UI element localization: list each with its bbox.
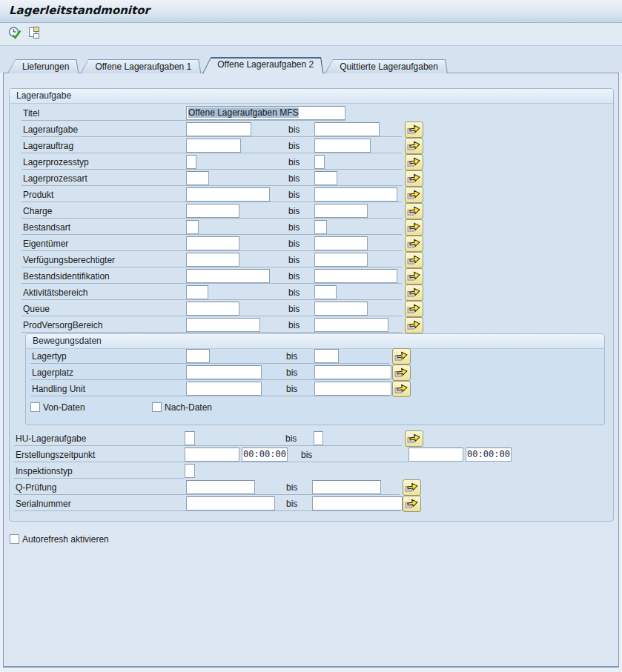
lagerprozesstyp-to-input[interactable] bbox=[314, 155, 325, 169]
tab-quittierte-lageraufgaben[interactable]: Quittierte Lageraufgaben bbox=[325, 59, 448, 73]
serialnummer-label: Serialnummer bbox=[16, 499, 71, 509]
handling-unit-to-input[interactable] bbox=[314, 382, 391, 396]
lagerplatz-multi-select-button[interactable] bbox=[392, 365, 411, 381]
bestandsart-multi-select-button[interactable] bbox=[405, 219, 423, 236]
titel-input[interactable]: Offene Lageraufgaben MFS bbox=[186, 106, 345, 120]
row-handling-unit: Handling Unitbis bbox=[4, 382, 620, 397]
lagerauftrag-from-input[interactable] bbox=[186, 139, 241, 153]
lagerprozessart-to-input[interactable] bbox=[314, 171, 337, 185]
prodversorgbereich-label: ProdVersorgBereich bbox=[23, 320, 102, 330]
lagerprozessart-multi-select-button[interactable] bbox=[405, 170, 423, 187]
handling-unit-multi-select-button[interactable] bbox=[392, 381, 411, 397]
bestandsidentifikation-to-input[interactable] bbox=[314, 269, 397, 283]
aktivitaetsbereich-from-input[interactable] bbox=[186, 285, 208, 299]
lagerplatz-from-input[interactable] bbox=[186, 365, 262, 379]
tab-offene-lageraufgaben-1[interactable]: Offene Lageraufgaben 1 bbox=[80, 59, 201, 73]
lagerprozesstyp-from-input[interactable] bbox=[186, 155, 196, 169]
bestandsart-to-input[interactable] bbox=[314, 220, 327, 234]
lagerauftrag-multi-select-button[interactable] bbox=[405, 138, 423, 154]
row-charge: Chargebis bbox=[4, 204, 620, 219]
bis-label: bis bbox=[286, 384, 297, 394]
bestandsart-from-input[interactable] bbox=[186, 220, 199, 234]
lageraufgabe-to-input[interactable] bbox=[314, 122, 380, 136]
prodversorgbereich-to-input[interactable] bbox=[314, 318, 388, 332]
handling-unit-from-input[interactable] bbox=[186, 382, 262, 396]
queue-to-input[interactable] bbox=[314, 302, 368, 316]
erstellungszeitpunkt-to-date-input[interactable] bbox=[408, 448, 463, 462]
multi-select-arrow-icon bbox=[406, 302, 422, 316]
hu-lageraufgabe-from-input[interactable] bbox=[185, 431, 195, 445]
produkt-label: Produkt bbox=[23, 190, 53, 200]
von-daten-checkbox[interactable] bbox=[30, 402, 40, 412]
erstellungszeitpunkt-to-time-input[interactable]: 00:00:00 bbox=[466, 448, 512, 462]
verfuegungsberechtigter-from-input[interactable] bbox=[186, 253, 239, 267]
q-pruefung-to-input[interactable] bbox=[312, 480, 381, 494]
multi-select-arrow-icon bbox=[394, 350, 409, 364]
execute-button[interactable] bbox=[6, 26, 24, 43]
q-pruefung-from-input[interactable] bbox=[186, 480, 255, 494]
row-lagerplatz: Lagerplatzbis bbox=[4, 365, 620, 381]
row-aktivitaetsbereich: Aktivitätsbereichbis bbox=[4, 285, 620, 301]
bestandsidentifikation-multi-select-button[interactable] bbox=[405, 268, 423, 285]
erstellungszeitpunkt-from-time-input[interactable]: 00:00:00 bbox=[242, 448, 288, 462]
eigentuemer-from-input[interactable] bbox=[186, 236, 239, 250]
queue-multi-select-button[interactable] bbox=[405, 301, 423, 317]
multi-select-arrow-icon bbox=[394, 382, 409, 396]
lagertyp-to-input[interactable] bbox=[314, 349, 339, 363]
bestandsart-label: Bestandsart bbox=[23, 222, 70, 233]
lageraufgabe-multi-select-button[interactable] bbox=[405, 122, 423, 138]
multi-select-arrow-icon bbox=[404, 497, 420, 511]
bis-label: bis bbox=[288, 271, 300, 282]
nach-daten-label: Nach-Daten bbox=[165, 402, 212, 413]
lagerauftrag-label: Lagerauftrag bbox=[23, 141, 73, 151]
charge-multi-select-button[interactable] bbox=[405, 203, 423, 219]
eigentuemer-label: Eigentümer bbox=[23, 239, 68, 249]
aktivitaetsbereich-multi-select-button[interactable] bbox=[405, 285, 423, 301]
eigentuemer-to-input[interactable] bbox=[314, 236, 368, 250]
charge-from-input[interactable] bbox=[186, 204, 239, 218]
row-von-nach-daten: Von-DatenNach-Daten bbox=[4, 400, 620, 416]
q-pruefung-multi-select-button[interactable] bbox=[403, 479, 421, 496]
verfuegungsberechtigter-to-input[interactable] bbox=[314, 253, 368, 267]
copy-selection-button[interactable] bbox=[25, 26, 43, 43]
serialnummer-to-input[interactable] bbox=[312, 496, 403, 510]
produkt-from-input[interactable] bbox=[186, 187, 270, 202]
bis-label: bis bbox=[288, 304, 300, 314]
queue-label: Queue bbox=[23, 304, 50, 314]
lagerprozessart-from-input[interactable] bbox=[186, 171, 209, 185]
lagertyp-multi-select-button[interactable] bbox=[392, 348, 411, 365]
hu-lageraufgabe-multi-select-button[interactable] bbox=[405, 430, 423, 447]
row-verfuegungsberechtigter: Verfügungsberechtigterbis bbox=[4, 253, 620, 268]
lagerauftrag-to-input[interactable] bbox=[314, 139, 371, 153]
lagertyp-from-input[interactable] bbox=[186, 349, 210, 363]
row-lagerprozessart: Lagerprozessartbis bbox=[4, 171, 620, 187]
nach-daten-checkbox[interactable] bbox=[152, 402, 162, 412]
bis-label: bis bbox=[288, 239, 300, 249]
produkt-multi-select-button[interactable] bbox=[405, 187, 423, 203]
row-inspektionstyp: Inspektionstyp bbox=[4, 464, 620, 479]
row-separator-line bbox=[14, 494, 400, 495]
produkt-to-input[interactable] bbox=[314, 187, 397, 202]
autorefresh-checkbox[interactable] bbox=[10, 534, 19, 544]
serialnummer-from-input[interactable] bbox=[186, 496, 275, 510]
inspektionstyp-from-input[interactable] bbox=[185, 464, 195, 478]
charge-to-input[interactable] bbox=[314, 204, 368, 218]
tab-lieferungen[interactable]: Lieferungen bbox=[7, 59, 79, 73]
lagerprozesstyp-multi-select-button[interactable] bbox=[405, 154, 423, 170]
erstellungszeitpunkt-from-date-input[interactable] bbox=[185, 448, 239, 462]
hu-lageraufgabe-to-input[interactable] bbox=[314, 431, 323, 445]
serialnummer-multi-select-button[interactable] bbox=[403, 496, 421, 512]
tab-strip: LieferungenOffene Lageraufgaben 1Offene … bbox=[7, 57, 448, 73]
prodversorgbereich-multi-select-button[interactable] bbox=[405, 317, 423, 333]
bestandsidentifikation-from-input[interactable] bbox=[186, 269, 270, 283]
row-titel: TitelOffene Lageraufgaben MFS bbox=[4, 106, 620, 122]
eigentuemer-multi-select-button[interactable] bbox=[405, 236, 423, 252]
multi-select-arrow-icon bbox=[406, 172, 422, 186]
lageraufgabe-from-input[interactable] bbox=[186, 122, 251, 136]
verfuegungsberechtigter-multi-select-button[interactable] bbox=[405, 252, 423, 268]
tab-offene-lageraufgaben-2[interactable]: Offene Lageraufgaben 2 bbox=[202, 57, 323, 73]
lagerplatz-to-input[interactable] bbox=[314, 365, 391, 379]
aktivitaetsbereich-to-input[interactable] bbox=[314, 285, 337, 299]
queue-from-input[interactable] bbox=[186, 302, 239, 316]
prodversorgbereich-from-input[interactable] bbox=[186, 318, 260, 332]
